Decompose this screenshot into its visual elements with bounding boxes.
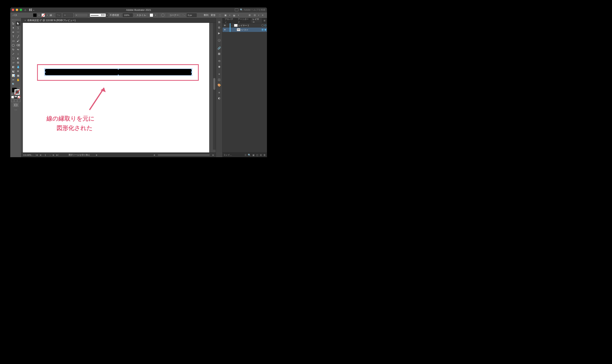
stroke-panel-icon[interactable]: ≡ — [217, 90, 222, 95]
layer-name[interactable]: <パス> — [241, 28, 261, 31]
grid-icon[interactable]: ⊞ — [248, 13, 252, 17]
selection-handle[interactable] — [44, 72, 46, 73]
selection-handle[interactable] — [191, 75, 192, 76]
mesh-tool[interactable]: ⊞ — [16, 60, 21, 65]
info-panel-icon[interactable]: ⓘ — [217, 38, 222, 43]
tab-artboards[interactable]: アートボード — [236, 18, 251, 23]
clip-icon[interactable]: ▣ — [223, 13, 227, 17]
chevron-down-icon[interactable]: ▼ — [47, 14, 48, 16]
last-artboard-icon[interactable]: ▶| — [56, 154, 59, 156]
screen-mode-button[interactable] — [13, 103, 18, 107]
maximize-window-button[interactable] — [20, 9, 22, 11]
chevron-right-icon[interactable]: › — [134, 14, 135, 16]
fill-stroke-control[interactable]: ⤺ ◱ — [12, 87, 20, 95]
default-fill-stroke-icon[interactable]: ◱ — [12, 93, 13, 95]
stroke-color[interactable] — [14, 90, 20, 94]
locate-object-icon[interactable]: ⎘ — [245, 154, 246, 156]
color-panel-icon[interactable]: 🎨 — [217, 83, 222, 88]
symbol-sprayer-tool[interactable]: ✲ — [16, 69, 21, 73]
paintbrush-tool[interactable]: 🖌 — [16, 39, 21, 43]
selection-handle[interactable] — [118, 68, 119, 69]
color-solid-button[interactable] — [11, 96, 14, 99]
canvas[interactable]: 線の縁取りを元に 図形化された — [21, 23, 216, 153]
new-sublayer-icon[interactable]: ◫ — [256, 154, 258, 156]
isolate-icon[interactable]: ⬚ — [218, 13, 222, 17]
draw-behind-button[interactable] — [14, 99, 17, 102]
tab-properties[interactable]: プロパティ — [223, 18, 236, 23]
appearance-panel-icon[interactable]: ◉ — [217, 64, 222, 69]
draw-normal-button[interactable] — [11, 99, 14, 102]
direct-selection-tool[interactable] — [16, 21, 21, 26]
selection-indicator[interactable] — [265, 25, 266, 26]
minimize-window-button[interactable] — [16, 9, 18, 11]
new-layer-icon[interactable]: ⊞ — [260, 154, 262, 156]
style-swatch[interactable] — [150, 13, 153, 17]
stroke-weight-dropdown[interactable]: ⌃⌄ — [56, 13, 61, 17]
zoom-level[interactable]: 110.68% ⌄ — [23, 154, 34, 156]
lasso-tool[interactable]: ⟆ — [16, 26, 21, 30]
shaper-tool[interactable]: ◯ — [11, 43, 16, 47]
shape-builder-tool[interactable]: ◐ — [16, 56, 21, 60]
zoom-tool[interactable]: 🔍 — [11, 82, 16, 86]
css-panel-icon[interactable]: ⚙ — [217, 25, 222, 30]
chevron-down-icon[interactable]: ▼ — [155, 14, 156, 16]
draw-inside-button[interactable] — [17, 99, 20, 102]
scroll-left-icon[interactable]: ◀ — [153, 154, 155, 156]
selection-handle[interactable] — [191, 68, 192, 69]
visibility-toggle[interactable]: 👁 — [223, 28, 227, 31]
magic-wand-tool[interactable]: ✦ — [11, 26, 16, 30]
target-icon[interactable] — [261, 28, 264, 31]
arrange-documents-icon[interactable] — [235, 9, 238, 11]
search-layer-icon[interactable]: 🔍 — [248, 154, 251, 156]
brush-dropdown[interactable]: ▼ — [74, 13, 88, 17]
artboard-tool[interactable]: ▦ — [16, 73, 21, 78]
layer-name[interactable]: レイヤー 1 — [238, 24, 261, 27]
selection-handle[interactable] — [44, 75, 46, 76]
variable-width-dropdown[interactable]: ▼ — [63, 13, 73, 17]
links-panel-icon[interactable]: 🔗 — [217, 46, 222, 51]
workspace-switcher[interactable]: ⌄ — [29, 9, 35, 11]
libraries-panel-icon[interactable]: ⟲ — [217, 59, 222, 64]
chevron-down-icon[interactable]: ▼ — [38, 14, 40, 16]
align-panel-icon[interactable]: ≡ — [217, 72, 222, 77]
pathfinder-panel-icon[interactable]: ◫ — [217, 77, 222, 82]
pen-tool[interactable]: ✒ — [11, 30, 16, 34]
transparency-panel-icon[interactable]: ◐ — [217, 96, 222, 101]
collapse-tools-button[interactable]: « ············ — [11, 19, 21, 21]
line-tool[interactable]: ╱ — [16, 34, 21, 39]
slice-tool[interactable]: ✂ — [11, 78, 16, 82]
rectangle-tool[interactable]: ▭ — [11, 39, 16, 43]
expand-toggle[interactable]: ⌄ — [231, 25, 233, 26]
snap-icon[interactable]: ⊟ — [253, 13, 257, 17]
hand-tool[interactable]: ✋ — [16, 78, 21, 82]
panel-menu-icon[interactable]: ≡ — [262, 18, 267, 23]
actions-panel-icon[interactable]: ▶ — [217, 31, 222, 36]
free-transform-tool[interactable]: ⬚ — [11, 56, 16, 60]
gradient-tool[interactable]: ◧ — [11, 65, 16, 69]
layer-row[interactable]: 👁 <パス> — [223, 27, 267, 32]
document-tab[interactable]: × 名称未設定-1* @ 110.68 % (RGB/プレビュー) — [23, 19, 77, 22]
close-window-button[interactable] — [12, 9, 14, 11]
color-gradient-button[interactable] — [14, 96, 17, 99]
prev-artboard-icon[interactable]: ◀ — [40, 154, 41, 156]
selection-indicator[interactable] — [265, 29, 266, 30]
path-shape[interactable] — [45, 69, 192, 75]
scale-tool[interactable]: ⤢ — [11, 52, 16, 56]
type-tool[interactable]: T — [11, 34, 16, 39]
close-tab-icon[interactable]: × — [25, 19, 26, 22]
eraser-tool[interactable]: ⌫ — [16, 43, 21, 47]
transform-label[interactable]: 変形 — [211, 13, 216, 17]
recolor-icon[interactable] — [161, 13, 164, 17]
scroll-thumb[interactable] — [213, 78, 215, 90]
selection-tool[interactable] — [11, 21, 16, 26]
artboard-number[interactable]: 1 — [43, 154, 48, 156]
make-clipping-mask-icon[interactable]: ▣ — [252, 154, 255, 156]
selection-handle[interactable] — [191, 72, 192, 73]
align-label[interactable]: 整列 — [204, 13, 208, 17]
artboards-panel-icon[interactable]: ▦ — [217, 51, 222, 56]
opacity-input[interactable] — [123, 13, 133, 17]
stroke-profile-dropdown[interactable]: 基本 ▼ — [90, 13, 108, 17]
swap-fill-stroke-icon[interactable]: ⤺ — [18, 87, 20, 89]
rotate-tool[interactable]: ↻ — [11, 47, 16, 52]
perspective-tool[interactable]: ▱ — [11, 60, 16, 65]
